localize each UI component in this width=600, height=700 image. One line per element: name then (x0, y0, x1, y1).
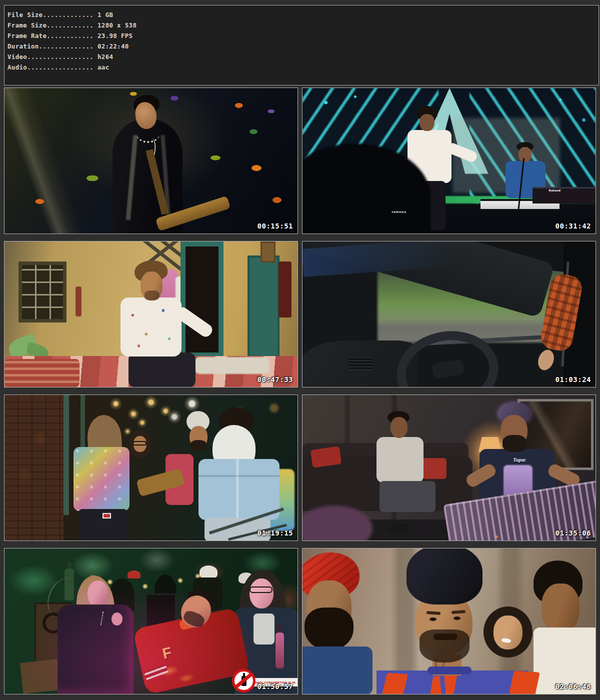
turban-man-beard (304, 608, 354, 650)
timestamp-overlay: 01:50:57 (258, 682, 293, 690)
brick-wall (4, 395, 64, 541)
screenshot-grid: 00:15:51 YAMAHA Roland 00:31:42 (4, 88, 596, 694)
timestamp-overlay: 02:06:48 (556, 682, 591, 690)
file-info-panel: File Size............. 1 GB Frame Size..… (4, 5, 599, 86)
barred-window (18, 262, 66, 322)
timestamp-overlay: 01:35:06 (556, 529, 591, 537)
media-preview-sheet: { "file_info": { "rows": [ {"label": "Fi… (0, 0, 600, 700)
hoodie-woman-face (88, 580, 108, 608)
pocket-card (102, 513, 111, 518)
hand (536, 348, 557, 372)
thumb-recording-studio: Tupac 01:35:06 (302, 394, 596, 541)
wall-pipe (76, 286, 82, 316)
paisley-blouse (74, 447, 130, 511)
black-beanie (406, 548, 482, 604)
timestamp-overlay: 00:15:51 (258, 222, 293, 230)
timestamp-overlay: 01:19:15 (258, 529, 293, 537)
thumb-party-pink: F ALCOHOL CONSUMPTION IS IN 01:50:57 (4, 548, 298, 694)
patterned-blanket (4, 359, 80, 387)
singer-figure (420, 114, 434, 131)
thumb-concert-confetti: 00:15:51 (4, 88, 298, 234)
drum-brand-label: YAMAHA (392, 210, 406, 214)
audio-codec-line: Audio................. aac (8, 62, 598, 72)
producer-beard (502, 435, 526, 452)
eye (454, 616, 460, 620)
bed-sheet (194, 357, 270, 374)
white-beanie-figure (200, 566, 218, 578)
man-beard (144, 290, 160, 300)
timestamp-overlay: 01:03:24 (556, 376, 591, 384)
frame-rate-line: Frame Rate............ 23.98 FPS (8, 30, 598, 41)
timestamp-overlay: 00:31:42 (556, 222, 591, 230)
frame-size-line: Frame Size............ 1280 x 538 (8, 20, 598, 30)
seated-man-shoe (386, 524, 408, 532)
green-post (64, 395, 69, 515)
denim-jacket (198, 459, 280, 520)
file-size-line: File Size............. 1 GB (8, 10, 598, 20)
sweater-collar (428, 666, 472, 674)
eye (430, 618, 436, 621)
duration-line: Duration.............. 02:22:40 (8, 41, 598, 52)
keyboard (532, 187, 596, 204)
teal-door-frame (180, 242, 224, 358)
sweater-letter-shape (430, 674, 458, 694)
thumb-night-street: 01:19:15 (4, 394, 298, 541)
glasses (250, 586, 272, 593)
glasses (132, 441, 146, 446)
background-woman-face (494, 616, 522, 650)
timestamp-overlay: 00:47:33 (258, 376, 293, 384)
tshirt-print-text: Tupac (504, 457, 534, 462)
keyboard-brand-label: Roland (549, 188, 560, 192)
man-printed-shirt (120, 298, 182, 356)
seated-man-face (390, 417, 408, 438)
white-tee (254, 614, 274, 644)
sweater-letter-shape (509, 670, 540, 694)
right-man-face (542, 584, 580, 632)
seated-man-pants (380, 481, 436, 512)
air-vent (350, 358, 374, 370)
teal-door (248, 256, 280, 358)
man-pants (128, 352, 196, 388)
keyboardist-figure (518, 147, 532, 162)
red-cap-figure (128, 570, 140, 578)
turban-man-shirt (302, 646, 372, 694)
thumb-courtyard: 00:47:33 (4, 241, 298, 388)
drink-bottle (276, 632, 284, 668)
video-codec-line: Video................. h264 (8, 52, 598, 62)
thumb-beanie-closeup: 02:06:48 (302, 548, 596, 694)
beanie-man-mustache (434, 634, 458, 640)
thumb-car-interior: 01:03:24 (302, 241, 596, 388)
thumb-stage-neon: YAMAHA Roland 00:31:42 (302, 88, 596, 234)
wall-picture (260, 242, 276, 262)
glasses-woman-face (250, 578, 274, 608)
hand (112, 612, 122, 626)
red-pillow (420, 458, 446, 479)
wall-hanging (278, 262, 292, 318)
white-haired-man-beard (190, 440, 206, 451)
seated-man-sweater (376, 437, 424, 483)
no-alcohol-icon (232, 669, 256, 692)
